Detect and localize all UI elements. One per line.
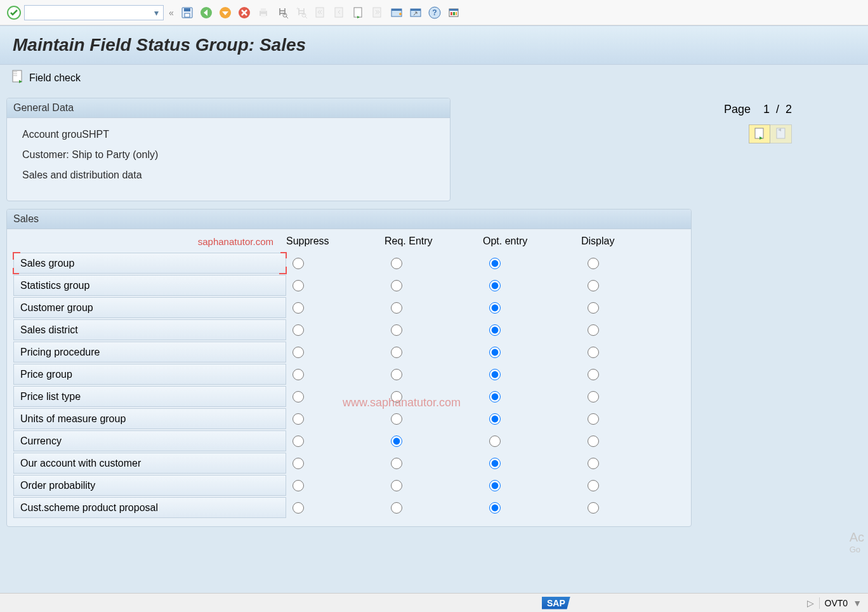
radio-opt-input[interactable]: [489, 502, 501, 514]
exit-icon[interactable]: [217, 4, 233, 21]
radio-suppress-input[interactable]: [293, 502, 304, 514]
radio-display-input[interactable]: [588, 502, 599, 514]
radio-opt-input[interactable]: [489, 436, 501, 447]
field-row: Sales district: [7, 319, 691, 341]
field-label[interactable]: Order probability: [13, 475, 286, 496]
field-check-label[interactable]: Field check: [29, 72, 81, 84]
radio-suppress-input[interactable]: [293, 480, 304, 491]
field-label[interactable]: Sales group: [13, 253, 286, 274]
radio-display-input[interactable]: [588, 369, 599, 380]
status-expand-icon[interactable]: ▷: [807, 598, 814, 608]
radio-suppress-input[interactable]: [293, 302, 304, 314]
tcode-label: OVT0: [825, 598, 848, 608]
command-dropdown-icon[interactable]: ▾: [150, 7, 162, 18]
radio-suppress-input[interactable]: [293, 369, 304, 380]
print-icon[interactable]: [255, 4, 272, 21]
radio-opt-input[interactable]: [489, 347, 501, 358]
field-label[interactable]: Pricing procedure: [13, 342, 286, 363]
radio-opt-input[interactable]: [489, 458, 501, 469]
radio-opt-input[interactable]: [489, 369, 501, 380]
radio-opt-input[interactable]: [489, 413, 501, 425]
general-data-panel: General Data Account grouSHPT Customer: …: [6, 98, 450, 201]
radio-opt: [483, 413, 581, 425]
radio-suppress-input[interactable]: [293, 324, 304, 336]
radio-req-input[interactable]: [391, 391, 402, 402]
save-icon[interactable]: [179, 4, 195, 21]
radio-req-input[interactable]: [391, 324, 402, 336]
radio-display-input[interactable]: [588, 302, 599, 314]
radio-req-input[interactable]: [391, 413, 402, 425]
radio-req-input[interactable]: [391, 369, 402, 380]
radio-display-input[interactable]: [588, 258, 599, 269]
create-shortcut-icon[interactable]: [407, 4, 424, 21]
customer-description: Customer: Ship to Party (only): [22, 145, 435, 165]
radio-display-input[interactable]: [588, 347, 599, 358]
field-label[interactable]: Cust.scheme product proposal: [13, 497, 286, 518]
enter-ok-icon[interactable]: [6, 5, 22, 20]
radio-display-input[interactable]: [588, 480, 599, 491]
field-label[interactable]: Statistics group: [13, 275, 286, 296]
next-page-button[interactable]: [749, 124, 770, 143]
radio-opt-input[interactable]: [489, 480, 501, 491]
radio-display-input[interactable]: [588, 391, 599, 402]
field-label[interactable]: Our account with customer: [13, 453, 286, 474]
radio-opt-input[interactable]: [489, 391, 501, 402]
radio-req-input[interactable]: [391, 258, 402, 269]
radio-req-input[interactable]: [391, 480, 402, 491]
radio-req-input[interactable]: [391, 302, 402, 314]
customize-layout-icon[interactable]: [445, 4, 462, 21]
find-icon[interactable]: [274, 4, 291, 21]
next-page-icon[interactable]: [350, 4, 367, 21]
radio-display: [581, 391, 680, 402]
radio-req-input[interactable]: [391, 280, 402, 291]
radio-suppress-input[interactable]: [293, 258, 304, 269]
back-icon[interactable]: [198, 4, 214, 21]
prev-page-button[interactable]: [770, 124, 792, 143]
watermark-right: saphanatutor.com: [13, 236, 286, 247]
radio-display-input[interactable]: [588, 324, 599, 336]
radio-display-input[interactable]: [588, 413, 599, 425]
first-page-icon[interactable]: [312, 4, 329, 21]
field-check-icon[interactable]: [11, 70, 24, 86]
title-bar: Maintain Field Status Group: Sales: [0, 25, 868, 65]
radio-suppress-input[interactable]: [293, 391, 304, 402]
find-next-icon[interactable]: +: [293, 4, 310, 21]
field-label[interactable]: Units of measure group: [13, 408, 286, 429]
svg-rect-3: [185, 13, 190, 17]
radio-suppress-input[interactable]: [293, 436, 304, 447]
radio-req-input[interactable]: [391, 502, 402, 514]
radio-suppress-input[interactable]: [293, 347, 304, 358]
radio-req-input[interactable]: [391, 458, 402, 469]
svg-rect-25: [450, 12, 452, 15]
svg-rect-8: [261, 8, 266, 11]
field-label[interactable]: Currency: [13, 430, 286, 451]
radio-opt-input[interactable]: [489, 302, 501, 314]
radio-req-input[interactable]: [391, 347, 402, 358]
radio-opt-input[interactable]: [489, 258, 501, 269]
radio-display-input[interactable]: [588, 436, 599, 447]
last-page-icon[interactable]: [369, 4, 386, 21]
field-label[interactable]: Customer group: [13, 297, 286, 318]
radio-display-input[interactable]: [588, 280, 599, 291]
command-field[interactable]: ▾: [24, 5, 164, 20]
radio-opt-input[interactable]: [489, 280, 501, 291]
status-bar: SAP ▷ OVT0 ▼: [0, 593, 868, 612]
field-label[interactable]: Sales district: [13, 319, 286, 340]
field-label[interactable]: Price group: [13, 364, 286, 385]
radio-req-input[interactable]: [391, 436, 402, 447]
radio-display-input[interactable]: [588, 458, 599, 469]
new-session-icon[interactable]: [388, 4, 405, 21]
radio-opt: [483, 324, 581, 336]
help-icon[interactable]: ?: [426, 4, 443, 21]
prev-page-icon[interactable]: [331, 4, 348, 21]
radio-suppress-input[interactable]: [293, 413, 304, 425]
radio-opt-input[interactable]: [489, 324, 501, 336]
radio-suppress-input[interactable]: [293, 280, 304, 291]
tcode-dropdown-icon[interactable]: ▼: [853, 598, 862, 608]
field-label[interactable]: Price list type: [13, 386, 286, 407]
radio-opt: [483, 302, 581, 314]
radio-suppress: [286, 436, 385, 447]
radio-suppress-input[interactable]: [293, 458, 304, 469]
cancel-icon[interactable]: [236, 4, 253, 21]
system-toolbar: ▾ « + ?: [0, 0, 868, 25]
